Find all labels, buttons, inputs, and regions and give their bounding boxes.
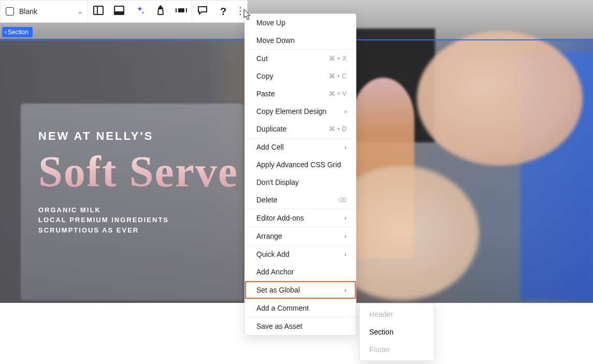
animation-icon (156, 5, 165, 18)
hero-sub-line-2: LOCAL PREMIUM INGREDIENTS (38, 215, 238, 225)
menu-shortcut: ⌘ + V (329, 90, 346, 97)
menu-dont-display[interactable]: Don't Display (245, 173, 356, 191)
menu-label: Save as Asset (256, 322, 302, 330)
menu-paste[interactable]: Paste ⌘ + V (245, 85, 356, 103)
help-button[interactable]: ? (213, 0, 234, 23)
chevron-right-icon: › (344, 215, 346, 221)
menu-save-as-asset[interactable]: Save as Asset (245, 317, 356, 335)
menu-label: Move Up (256, 19, 285, 27)
svg-rect-3 (114, 11, 124, 14)
section-tag-label: Section (8, 28, 28, 36)
menu-label: Apply Advanced CSS Grid (256, 161, 341, 169)
menu-label: Quick Add (256, 250, 290, 258)
menu-add-comment[interactable]: Add a Comment (245, 299, 356, 317)
spacing-button[interactable] (109, 0, 129, 23)
submenu-label: Section (369, 328, 394, 336)
chevron-down-icon: ⌄ (78, 8, 82, 15)
menu-label: Don't Display (256, 178, 299, 186)
menu-move-up[interactable]: Move Up (245, 14, 356, 32)
columns-button[interactable] (88, 0, 109, 23)
menu-label: Add a Comment (256, 304, 309, 312)
ai-button[interactable] (129, 0, 150, 23)
hero-sub-line-3: SCRUMPTIOUS AS EVER (38, 225, 238, 236)
submenu-label: Header (369, 310, 393, 318)
help-icon: ? (220, 6, 226, 18)
bg-hand-right (417, 31, 583, 166)
floating-toolbar: Blank ⌄ (0, 0, 248, 23)
chevron-right-icon: › (344, 108, 346, 114)
menu-copy[interactable]: Copy ⌘ + C (245, 67, 356, 85)
svg-rect-0 (94, 6, 103, 14)
section-breadcrumb-tag[interactable]: ‹ Section (2, 27, 33, 37)
menu-label: Add Anchor (256, 268, 294, 276)
hero-sublines[interactable]: ORGANIC MILK LOCAL PREMIUM INGREDIENTS S… (38, 205, 238, 236)
full-width-button[interactable] (171, 0, 192, 23)
submenu-footer: Footer (360, 341, 434, 358)
menu-label: Editor Add-ons (256, 214, 304, 222)
toolbar-group-meta: ? ⋮ (192, 0, 248, 23)
menu-delete[interactable]: Delete ⌫ (245, 191, 356, 209)
chevron-right-icon: › (344, 251, 346, 257)
set-as-global-submenu: Header Section Footer (359, 303, 435, 361)
element-selector-label: Blank (19, 7, 37, 16)
element-selector-dropdown[interactable]: Blank ⌄ (0, 0, 88, 23)
spacing-icon (114, 6, 124, 17)
context-menu: Move Up Move Down Cut ⌘ + X Copy ⌘ + C P… (244, 13, 356, 336)
sparkles-icon (135, 5, 145, 18)
submenu-section[interactable]: Section (360, 323, 434, 341)
hero-eyebrow[interactable]: NEW AT NELLY'S (38, 129, 238, 143)
menu-label: Arrange (256, 232, 282, 240)
menu-apply-css-grid[interactable]: Apply Advanced CSS Grid (245, 156, 356, 173)
delete-key-icon: ⌫ (338, 197, 346, 203)
menu-label: Move Down (256, 36, 295, 45)
menu-editor-addons[interactable]: Editor Add-ons › (245, 209, 356, 227)
menu-label: Copy (256, 72, 273, 80)
svg-rect-4 (178, 8, 184, 12)
full-width-icon (176, 7, 187, 16)
comment-button[interactable] (192, 0, 213, 23)
menu-add-cell[interactable]: Add Cell › (245, 138, 356, 156)
menu-arrange[interactable]: Arrange › (245, 227, 356, 245)
menu-label: Copy Element Design (256, 107, 326, 115)
editor-canvas: ‹ Section NEW AT NELLY'S Soft Serve ORGA… (0, 0, 593, 364)
blank-section-icon (6, 7, 14, 16)
chevron-right-icon: › (344, 233, 346, 239)
menu-copy-element-design[interactable]: Copy Element Design › (245, 103, 356, 120)
menu-label: Paste (256, 90, 275, 98)
chevron-left-icon: ‹ (5, 28, 7, 36)
toolbar-group-layout (88, 0, 192, 23)
menu-set-as-global[interactable]: Set as Global › (245, 281, 356, 299)
menu-shortcut: ⌘ + D (329, 125, 346, 133)
comment-icon (197, 6, 208, 17)
hero-title[interactable]: Soft Serve (38, 152, 238, 192)
submenu-label: Footer (369, 345, 390, 354)
menu-quick-add[interactable]: Quick Add › (245, 245, 356, 263)
menu-label: Add Cell (256, 143, 284, 151)
menu-label: Delete (256, 196, 277, 204)
menu-label: Set as Global (256, 286, 300, 294)
submenu-header: Header (360, 305, 434, 323)
hero-text-block: NEW AT NELLY'S Soft Serve ORGANIC MILK L… (38, 129, 238, 235)
menu-label: Duplicate (256, 125, 286, 133)
menu-add-anchor[interactable]: Add Anchor (245, 263, 356, 281)
menu-duplicate[interactable]: Duplicate ⌘ + D (245, 120, 356, 138)
animation-button[interactable] (150, 0, 171, 23)
pointer-cursor-icon (242, 9, 252, 24)
menu-shortcut: ⌘ + C (329, 72, 346, 80)
chevron-right-icon: › (344, 144, 346, 150)
menu-cut[interactable]: Cut ⌘ + X (245, 50, 356, 67)
columns-icon (93, 6, 104, 17)
chevron-right-icon: › (344, 287, 346, 293)
menu-shortcut: ⌘ + X (329, 55, 346, 62)
menu-move-down[interactable]: Move Down (245, 32, 356, 49)
menu-label: Cut (256, 54, 268, 63)
hero-sub-line-1: ORGANIC MILK (38, 205, 238, 215)
